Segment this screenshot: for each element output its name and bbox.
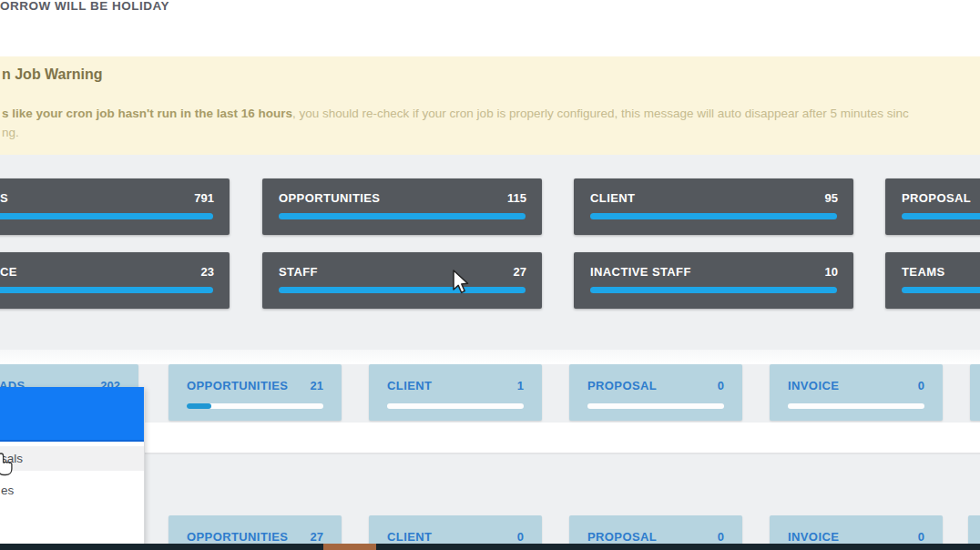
dropdown-item-invoices[interactable]: es [0,478,144,503]
stat-card[interactable]: OPPORTUNITIES115 [262,178,542,235]
stat-label: TEAMS [902,265,945,279]
dropdown-selected-item[interactable] [0,387,144,442]
progress-bar [587,403,724,409]
stat-value: 27 [514,265,526,279]
stat-value: 95 [825,191,838,205]
section-separator-bottom [0,423,980,453]
dropdown-item-label: es [1,478,14,503]
stat-label: PROPOSAL [902,191,971,205]
cron-warning-banner: n Job Warning s like your cron job hasn'… [0,56,980,155]
stat-value: 27 [311,530,323,544]
progress-fill [187,403,211,409]
section-divider-line [0,453,980,454]
stat-label: CE [0,265,17,279]
stat-label: INVOICE [788,530,839,544]
stat-label: INVOICE [788,379,839,392]
stat-label: PROPOSAL [587,530,657,544]
progress-bar [0,213,213,219]
top-band: ORROW WILL BE HOLIDAY [0,0,980,56]
progress-bar [387,403,524,409]
progress-bar [902,213,980,219]
stat-card[interactable]: INVOICE0 [770,364,943,421]
stat-card[interactable]: PROPOSAL [885,178,980,235]
video-progress-bar[interactable] [0,544,980,550]
section-separator-top [0,350,980,364]
stat-card[interactable]: OPPORTUNITIES21 [168,364,342,421]
stat-value: 791 [194,191,214,205]
stat-value: 10 [825,265,838,279]
stat-card[interactable]: STAFF27 [262,252,542,309]
stat-label: CLIENT [387,379,432,392]
stat-label: STAFF [279,265,318,279]
progress-bar [279,213,526,219]
banner-body: s like your cron job hasn't run in the l… [2,107,909,120]
dropdown-item-proposals[interactable]: sals [0,446,144,471]
stat-value: 0 [718,530,724,544]
stat-value: 0 [918,530,924,544]
holiday-note: ORROW WILL BE HOLIDAY [0,0,169,13]
banner-title: n Job Warning [2,66,103,83]
stat-card[interactable]: CLIENT1 [369,364,542,421]
banner-body-regular: , you should re-check if your cron job i… [292,107,909,120]
stat-card[interactable]: INACTIVE STAFF10 [574,252,853,309]
stat-card[interactable]: CLIENT95 [574,178,853,235]
stat-value: 21 [311,379,323,392]
banner-body-bold: s like your cron job hasn't run in the l… [2,107,292,120]
progress-bar [902,287,980,293]
dropdown-item-label: sals [1,446,23,471]
progress-bar [590,287,837,293]
stat-card[interactable]: S791 [0,178,230,235]
progress-bar [0,287,213,293]
stat-card[interactable]: TEAMS [885,252,980,309]
progress-bar [279,287,526,293]
progress-bar [187,403,323,409]
stat-label: S [0,191,8,205]
stat-value: 0 [918,379,924,392]
stat-label: INACTIVE STAFF [590,265,691,279]
stat-label: OPPORTUNITIES [187,530,288,544]
stat-card[interactable]: CE23 [0,252,230,309]
stat-value: 115 [507,191,526,205]
stat-label: OPPORTUNITIES [279,191,380,205]
stat-value: 23 [201,265,214,279]
stat-label: CLIENT [590,191,635,205]
progress-bar [788,403,924,409]
stat-value: 0 [517,530,524,544]
context-dropdown: sals es [0,387,145,545]
stat-card[interactable]: PROPOSAL0 [569,364,742,421]
stat-label: OPPORTUNITIES [187,379,288,392]
stat-value: 0 [718,379,724,392]
stat-value: 1 [517,379,524,392]
stat-label: CLIENT [387,530,432,544]
progress-bar [590,213,837,219]
stat-label: PROPOSAL [587,379,657,392]
stat-card[interactable] [970,364,980,421]
video-progress-segment [323,544,376,550]
dashboard-screen: ORROW WILL BE HOLIDAY n Job Warning s li… [0,0,980,550]
banner-body-line2: ng. [2,126,19,139]
